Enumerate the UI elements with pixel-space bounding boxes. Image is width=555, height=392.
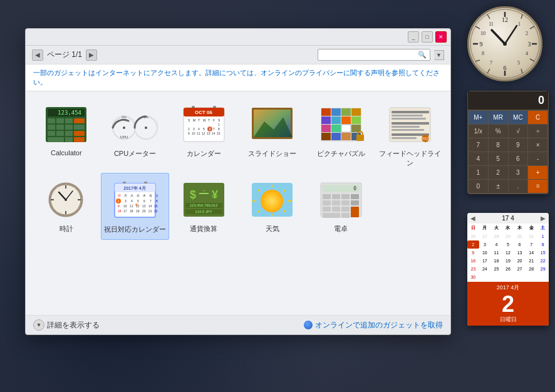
calendar-prev[interactable]: ◀ xyxy=(470,215,475,222)
cal-day[interactable]: 26 xyxy=(502,265,514,273)
cal-day[interactable]: 28 xyxy=(490,232,502,240)
cal-day[interactable]: 5 xyxy=(502,240,514,249)
cal-day[interactable]: 11 xyxy=(490,249,502,257)
gadget-item-slideshow[interactable]: スライドショー xyxy=(238,98,307,173)
svg-text:F: F xyxy=(213,118,215,122)
details-toggle[interactable]: ▼ 詳細を表示する xyxy=(33,319,100,331)
dialog-titlebar: _ □ ✕ xyxy=(26,29,450,46)
gadget-item-calendar[interactable]: OCT 06 S M T W T F S 1 2 3 4 5 6 7 xyxy=(169,98,238,173)
cal-day[interactable]: 30 xyxy=(467,273,479,281)
calc-btn-sub[interactable]: - xyxy=(528,152,547,165)
calc-btn-plusminus[interactable]: ± xyxy=(489,180,508,193)
calc-btn-dot[interactable]: . xyxy=(509,180,528,193)
cal-day[interactable]: 17 xyxy=(479,257,491,265)
calc-btn-mr[interactable]: MR xyxy=(489,111,508,124)
gadget-item-desk[interactable]: 0 電卓 xyxy=(307,173,376,240)
cal-day[interactable]: 21 xyxy=(526,257,537,265)
online-link[interactable]: オンラインで追加のガジェットを取得 xyxy=(304,320,443,331)
cal-day[interactable]: 15 xyxy=(537,249,549,257)
calc-btn-8[interactable]: 8 xyxy=(489,138,508,152)
svg-text:6: 6 xyxy=(504,64,507,71)
cal-day[interactable]: 14 xyxy=(526,249,537,257)
close-button[interactable]: ✕ xyxy=(435,31,447,43)
gadget-item-currency[interactable]: $ ¥ → 123,454.789,012 114.5 JPY 通貨換算 xyxy=(169,173,238,240)
search-dropdown[interactable]: ▼ xyxy=(434,50,444,60)
cal-day[interactable]: 20 xyxy=(514,257,526,265)
cal-day[interactable]: 9 xyxy=(467,249,479,257)
calc-btn-mc[interactable]: MC xyxy=(509,111,528,124)
search-box[interactable]: 🔍 xyxy=(318,49,430,61)
cal-day[interactable]: 28 xyxy=(526,265,537,273)
nav-next-button[interactable]: ▶ xyxy=(86,49,97,61)
cal-day[interactable]: 6 xyxy=(514,240,526,249)
cal-day[interactable]: 26 xyxy=(467,232,479,240)
calc-btn-eq[interactable]: = xyxy=(528,180,547,193)
cal-day[interactable]: 16 xyxy=(467,257,479,265)
cal-day[interactable]: 4 xyxy=(490,240,502,249)
search-input[interactable] xyxy=(321,51,418,59)
svg-rect-41 xyxy=(65,131,73,136)
cal-day[interactable]: 29 xyxy=(537,265,549,273)
cal-day[interactable]: 8 xyxy=(537,240,549,249)
svg-rect-87 xyxy=(331,108,341,116)
cal-day[interactable]: 23 xyxy=(467,265,479,273)
gadget-item-puzzle[interactable]: ピクチャパズル xyxy=(307,98,376,173)
svg-text:M: M xyxy=(193,118,195,122)
cal-day[interactable]: 25 xyxy=(490,265,502,273)
calc-btn-9[interactable]: 9 xyxy=(509,138,528,152)
gadget-item-holiday-calendar[interactable]: 2017年 4月 日 月 火 水 木 金 土 2 3 4 5 6 7 xyxy=(101,173,170,240)
gadget-label-calendar: カレンダー xyxy=(187,149,221,158)
calc-btn-div[interactable]: ÷ xyxy=(528,125,547,138)
cal-day[interactable]: 10 xyxy=(479,249,491,257)
svg-line-6 xyxy=(530,26,534,29)
calc-btn-mul[interactable]: × xyxy=(528,138,547,152)
cal-day[interactable]: 24 xyxy=(479,265,491,273)
cal-day[interactable]: 27 xyxy=(514,265,526,273)
svg-text:13: 13 xyxy=(207,132,210,135)
calc-btn-5[interactable]: 5 xyxy=(489,152,508,165)
calc-btn-inv[interactable]: 1/x xyxy=(469,125,488,138)
calculator-widget: 0 M+ MR MC C 1/x % √ ÷ 7 8 9 × 4 5 6 - 1… xyxy=(467,91,549,194)
calc-btn-pct[interactable]: % xyxy=(489,125,508,138)
maximize-button[interactable]: □ xyxy=(422,31,433,43)
calc-btn-c[interactable]: C xyxy=(528,111,547,124)
calendar-next[interactable]: ▶ xyxy=(541,215,546,222)
gadget-label-desk: 電卓 xyxy=(334,224,348,234)
cal-day[interactable]: 18 xyxy=(490,257,502,265)
cal-day[interactable]: 29 xyxy=(502,232,514,240)
cal-day[interactable]: 31 xyxy=(526,232,537,240)
cal-day[interactable]: 22 xyxy=(537,257,549,265)
svg-text:20: 20 xyxy=(142,209,146,213)
cal-day[interactable]: 12 xyxy=(502,249,514,257)
svg-rect-190 xyxy=(332,207,340,212)
calc-btn-0[interactable]: 0 xyxy=(469,180,488,193)
calc-btn-2[interactable]: 2 xyxy=(489,166,508,179)
cal-day[interactable]: 27 xyxy=(479,232,491,240)
cal-day[interactable]: 19 xyxy=(502,257,514,265)
cal-day-today[interactable]: 2 xyxy=(467,240,479,249)
nav-prev-button[interactable]: ◀ xyxy=(32,49,43,61)
calc-btn-sqrt[interactable]: √ xyxy=(509,125,528,138)
calc-btn-add[interactable]: + xyxy=(528,166,547,179)
cal-day[interactable]: 30 xyxy=(514,232,526,240)
cal-day[interactable]: 3 xyxy=(479,240,491,249)
gadget-item-weather[interactable]: 天気 xyxy=(238,173,307,240)
minimize-button[interactable]: _ xyxy=(408,31,419,43)
gadget-item-cpu[interactable]: CPU 0% 0% CPUメーター xyxy=(101,98,170,173)
calc-btn-1[interactable]: 1 xyxy=(469,166,488,179)
gadget-item-clock[interactable]: 時計 xyxy=(32,173,101,240)
cal-day[interactable]: 1 xyxy=(537,232,549,240)
calc-btn-3[interactable]: 3 xyxy=(509,166,528,179)
calc-btn-7[interactable]: 7 xyxy=(469,138,488,152)
svg-text:7: 7 xyxy=(213,127,215,131)
search-icon[interactable]: 🔍 xyxy=(418,51,427,59)
svg-text:8: 8 xyxy=(156,199,158,203)
svg-text:水: 水 xyxy=(137,193,140,197)
gadget-item-feed[interactable]: RSS フィードヘッドライン xyxy=(375,98,444,173)
cal-day[interactable]: 13 xyxy=(514,249,526,257)
calc-btn-4[interactable]: 4 xyxy=(469,152,488,165)
gadget-item-calculator[interactable]: 123,454 Calcu xyxy=(32,98,101,173)
calc-btn-6[interactable]: 6 xyxy=(509,152,528,165)
calc-btn-mp[interactable]: M+ xyxy=(469,111,488,124)
cal-day[interactable]: 7 xyxy=(526,240,537,249)
